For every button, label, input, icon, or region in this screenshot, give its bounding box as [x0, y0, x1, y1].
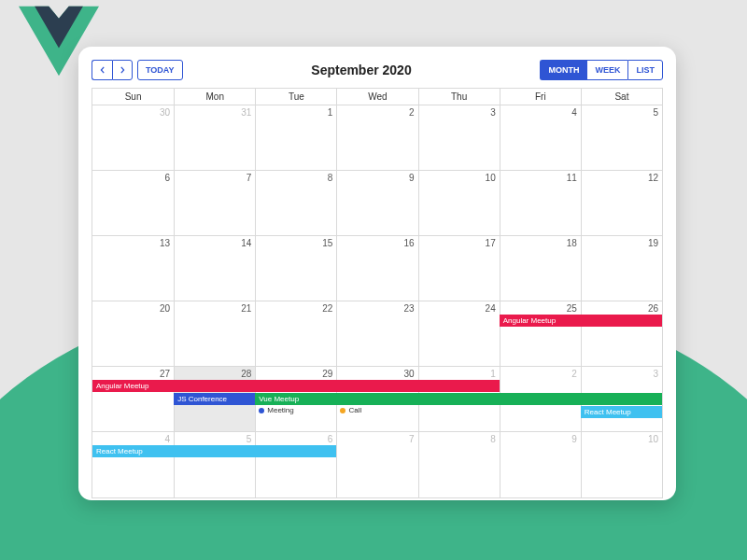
day-cell[interactable]: 24: [418, 301, 500, 366]
day-number: 7: [247, 173, 252, 183]
day-cell[interactable]: 4: [500, 105, 581, 170]
event-js-conference[interactable]: JS Conference: [174, 393, 255, 405]
event-react-meetup[interactable]: React Meetup: [581, 406, 662, 418]
event-meeting[interactable]: Meeting: [259, 406, 293, 414]
day-cell[interactable]: 5: [174, 432, 255, 497]
day-number: 7: [409, 434, 415, 444]
day-number: 25: [567, 303, 577, 314]
day-number: 10: [648, 434, 658, 444]
day-header-row: SunMonTueWedThuFriSat: [92, 89, 662, 105]
day-cell[interactable]: 21: [174, 301, 255, 366]
day-number: 17: [486, 238, 496, 248]
day-cell[interactable]: 19: [581, 236, 662, 301]
day-number: 3: [490, 107, 496, 118]
day-cell[interactable]: 23: [336, 301, 417, 366]
day-cell[interactable]: 10: [581, 432, 662, 497]
day-number: 6: [165, 173, 171, 183]
week-row: 303112345: [92, 105, 662, 171]
event-call[interactable]: Call: [340, 406, 361, 414]
view-group: MONTH WEEK LIST: [540, 60, 663, 80]
day-cell[interactable]: 20: [92, 301, 174, 366]
day-cell[interactable]: 1: [255, 105, 336, 170]
day-cell[interactable]: 8: [418, 432, 500, 497]
day-cell[interactable]: 4: [92, 432, 174, 497]
week-row: 27282930123Angular MeetupJS ConferenceVu…: [92, 367, 662, 432]
event-react-meetup[interactable]: React Meetup: [92, 445, 336, 457]
nav-group: [92, 60, 133, 80]
day-header: Sat: [581, 89, 662, 105]
chevron-right-icon: [119, 66, 126, 74]
week-row: 20212223242526Angular Meetup: [92, 301, 662, 367]
day-cell[interactable]: 30: [92, 105, 174, 170]
day-cell[interactable]: 15: [255, 236, 336, 301]
day-cell[interactable]: 22: [255, 301, 336, 366]
day-number: 9: [571, 434, 577, 444]
day-number: 1: [328, 107, 333, 118]
week-row: 13141516171819: [92, 236, 662, 301]
day-cell[interactable]: 7: [336, 432, 417, 497]
day-number: 4: [571, 107, 577, 118]
day-cell[interactable]: 2: [336, 105, 417, 170]
prev-button[interactable]: [92, 60, 112, 80]
day-number: 5: [653, 107, 658, 118]
day-cell[interactable]: 12: [581, 171, 662, 235]
day-number: 31: [241, 107, 251, 118]
next-button[interactable]: [112, 60, 133, 80]
day-number: 20: [160, 303, 170, 314]
day-cell[interactable]: 14: [174, 236, 255, 301]
event-vue-meetup[interactable]: Vue Meetup: [255, 393, 662, 405]
day-number: 12: [648, 173, 658, 183]
day-number: 2: [409, 107, 415, 118]
day-cell[interactable]: 11: [500, 171, 581, 235]
day-number: 22: [322, 303, 332, 314]
calendar-card: TODAY September 2020 MONTH WEEK LIST Sun…: [78, 47, 676, 500]
day-number: 2: [571, 369, 577, 379]
week-view-button[interactable]: WEEK: [586, 60, 627, 80]
day-cell[interactable]: 9: [336, 171, 417, 235]
day-number: 6: [328, 434, 333, 444]
list-view-button[interactable]: LIST: [627, 60, 663, 80]
day-cell[interactable]: 27: [92, 367, 174, 431]
day-cell[interactable]: 13: [92, 236, 174, 301]
day-cell[interactable]: 6: [92, 171, 174, 235]
day-number: 8: [328, 173, 333, 183]
day-cell[interactable]: 8: [255, 171, 336, 235]
day-cell[interactable]: 7: [174, 171, 255, 235]
day-header: Sun: [92, 89, 174, 105]
day-number: 16: [403, 238, 414, 248]
day-number: 9: [409, 173, 415, 183]
day-number: 3: [653, 369, 658, 379]
chevron-left-icon: [99, 66, 106, 74]
day-cell[interactable]: 31: [174, 105, 255, 170]
day-header: Thu: [418, 89, 500, 105]
day-cell[interactable]: 16: [336, 236, 417, 301]
calendar-grid: SunMonTueWedThuFriSat 303112345678910111…: [92, 88, 663, 498]
day-number: 11: [567, 173, 577, 183]
day-cell[interactable]: 9: [500, 432, 581, 497]
day-cell[interactable]: 10: [418, 171, 500, 235]
event-angular-meetup[interactable]: Angular Meetup: [500, 315, 662, 327]
today-button[interactable]: TODAY: [137, 60, 183, 80]
day-number: 27: [160, 369, 170, 379]
day-cell[interactable]: 18: [500, 236, 581, 301]
day-cell[interactable]: 26: [581, 301, 662, 366]
day-cell[interactable]: 17: [418, 236, 500, 301]
day-cell[interactable]: 6: [255, 432, 336, 497]
day-number: 26: [648, 303, 658, 314]
month-view-button[interactable]: MONTH: [540, 60, 586, 80]
day-number: 14: [241, 238, 251, 248]
day-number: 19: [648, 238, 658, 248]
day-number: 29: [322, 369, 332, 379]
day-number: 30: [160, 107, 170, 118]
event-angular-meetup[interactable]: Angular Meetup: [92, 380, 500, 392]
week-row: 45678910React Meetup: [92, 432, 662, 497]
day-cell[interactable]: 3: [418, 105, 500, 170]
day-header: Wed: [336, 89, 417, 105]
day-number: 4: [165, 434, 171, 444]
day-number: 28: [241, 369, 251, 379]
day-cell[interactable]: 5: [581, 105, 662, 170]
day-number: 5: [247, 434, 252, 444]
day-cell[interactable]: 25: [500, 301, 581, 366]
day-header: Mon: [174, 89, 255, 105]
calendar-toolbar: TODAY September 2020 MONTH WEEK LIST: [92, 60, 663, 80]
